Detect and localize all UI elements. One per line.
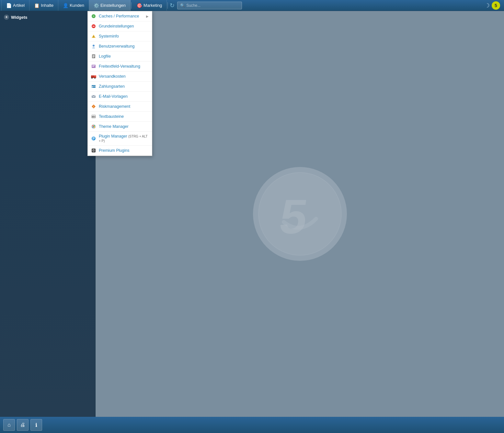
dropdown-item-zahlungsarten[interactable]: Zahlungsarten (88, 82, 152, 92)
home-button[interactable]: ⌂ (3, 419, 15, 431)
svg-point-31 (94, 127, 95, 128)
email-vorlagen-label: E-Mail-Vorlagen (99, 94, 128, 99)
benutzerverwaltung-icon (91, 44, 96, 49)
nav-divider-2 (167, 2, 168, 9)
svg-rect-11 (93, 57, 94, 58)
logo-watermark: 5 (253, 167, 347, 261)
dropdown-item-plugin-manager[interactable]: P Plugin Manager (STRG + ALT + P) (88, 132, 152, 146)
bottom-bar: ⌂ 🖨 ℹ (0, 417, 504, 433)
systeminfo-label: Systeminfo (99, 34, 119, 39)
nav-item-inhalte[interactable]: 📋 Inhalte (29, 0, 58, 11)
caches-icon (91, 14, 96, 19)
logfile-icon (91, 54, 96, 59)
freitextfeld-icon (91, 64, 96, 69)
zahlungsarten-icon (91, 84, 96, 89)
theme-manager-label: Theme Manager (99, 124, 129, 129)
dropdown-item-caches[interactable]: Caches / Performance ▶ (88, 11, 152, 21)
sidebar-header-left: + Widgets (4, 15, 27, 20)
svg-rect-13 (92, 65, 95, 66)
grundeinstellungen-label: Grundeinstellungen (99, 24, 134, 28)
plugin-manager-icon: P (91, 136, 96, 141)
riskmanagement-label: Riskmanagement (99, 104, 130, 109)
svg-rect-20 (92, 86, 96, 87)
add-widget-button[interactable]: + (4, 15, 9, 20)
benutzerverwaltung-label: Benutzerverwaltung (99, 44, 134, 49)
print-button[interactable]: 🖨 (17, 419, 29, 431)
versandkosten-label: Versandkosten (99, 74, 126, 79)
svg-text:P: P (93, 137, 95, 140)
dropdown-item-textbausteine[interactable]: abc Textbausteine (88, 112, 152, 122)
info-icon: ℹ (35, 422, 37, 428)
svg-point-27 (92, 125, 96, 128)
plugin-manager-label: Plugin Manager (STRG + ALT + P) (99, 134, 149, 143)
email-vorlagen-icon (91, 94, 96, 99)
nav-item-marketing[interactable]: 🎯 Marketing (132, 0, 167, 11)
dropdown-item-versandkosten[interactable]: Versandkosten (88, 72, 152, 82)
artikel-icon: 📄 (6, 3, 11, 8)
freitextfeld-label: Freitextfeld-Verwaltung (99, 64, 140, 69)
zahlungsarten-label: Zahlungsarten (99, 84, 125, 89)
sidebar-title: Widgets (11, 15, 27, 20)
svg-point-28 (92, 125, 94, 127)
home-icon: ⌂ (7, 422, 11, 428)
textbausteine-label: Textbausteine (99, 114, 124, 119)
print-icon: 🖨 (20, 422, 25, 428)
dropdown-item-freitextfeld[interactable]: Freitextfeld-Verwaltung (88, 61, 152, 72)
premium-plugins-icon: © (91, 148, 96, 153)
nav-item-artikel[interactable]: 📄 Artikel (1, 0, 29, 11)
dropdown-item-grundeinstellungen[interactable]: Grundeinstellungen (88, 21, 152, 31)
kunden-icon: 👤 (63, 3, 68, 8)
inhalte-icon: 📋 (34, 3, 39, 8)
svg-text:©: © (92, 149, 95, 152)
nav-item-kunden[interactable]: 👤 Kunden (58, 0, 89, 11)
marketing-icon: 🎯 (137, 3, 142, 8)
premium-plugins-label: Premium Plugins (99, 148, 129, 153)
version-badge: 5 (492, 1, 500, 10)
einstellungen-icon: ⚙️ (94, 3, 99, 8)
svg-text:!: ! (93, 105, 94, 108)
search-box[interactable]: 🔍 (177, 2, 242, 9)
svg-rect-14 (92, 66, 94, 67)
nav-item-einstellungen[interactable]: ⚙️ Einstellungen (89, 0, 131, 11)
spinner-icon: ↻ (170, 2, 175, 9)
einstellungen-dropdown: Caches / Performance ▶ Grundeinstellunge… (87, 11, 152, 156)
top-navigation: 📄 Artikel 📋 Inhalte 👤 Kunden ⚙️ Einstell… (0, 0, 504, 11)
svg-rect-21 (92, 87, 93, 87)
moon-icon[interactable]: ☽ (485, 2, 490, 9)
sidebar-header: + Widgets − (0, 11, 95, 23)
riskmanagement-icon: ! (91, 104, 96, 109)
caches-label: Caches / Performance (99, 14, 139, 18)
main-content: 5 (96, 11, 504, 417)
dropdown-item-premium-plugins[interactable]: © Premium Plugins (88, 146, 152, 156)
dropdown-item-email-vorlagen[interactable]: E-Mail-Vorlagen (88, 92, 152, 102)
dropdown-item-benutzerverwaltung[interactable]: Benutzerverwaltung (88, 41, 152, 51)
logfile-label: Logfile (99, 54, 111, 59)
svg-point-17 (91, 77, 93, 79)
logo-svg: 5 (258, 172, 342, 256)
systeminfo-icon: ! (91, 34, 96, 39)
textbausteine-icon: abc (91, 114, 96, 119)
theme-manager-icon (91, 124, 96, 129)
versandkosten-icon (91, 74, 96, 79)
svg-point-29 (94, 125, 95, 127)
dropdown-item-theme-manager[interactable]: Theme Manager (88, 122, 152, 132)
svg-text:!: ! (93, 36, 94, 38)
svg-point-18 (94, 77, 96, 79)
svg-rect-9 (93, 55, 95, 56)
sidebar: + Widgets − (0, 11, 96, 417)
dropdown-item-riskmanagement[interactable]: ! Riskmanagement (88, 102, 152, 112)
grundeinstellungen-icon (91, 24, 96, 29)
dropdown-item-systeminfo[interactable]: ! Systeminfo (88, 31, 152, 41)
info-button[interactable]: ℹ (30, 419, 42, 431)
search-input[interactable] (186, 3, 239, 8)
dropdown-item-logfile[interactable]: Logfile (88, 51, 152, 61)
nav-divider (131, 2, 132, 9)
svg-rect-4 (93, 26, 95, 27)
search-icon: 🔍 (180, 3, 185, 8)
svg-point-7 (93, 45, 95, 47)
nav-right: ☽ 5 (485, 1, 503, 10)
caches-arrow: ▶ (146, 15, 149, 18)
svg-point-30 (92, 127, 94, 128)
svg-rect-10 (93, 56, 95, 57)
svg-text:abc: abc (92, 116, 96, 118)
